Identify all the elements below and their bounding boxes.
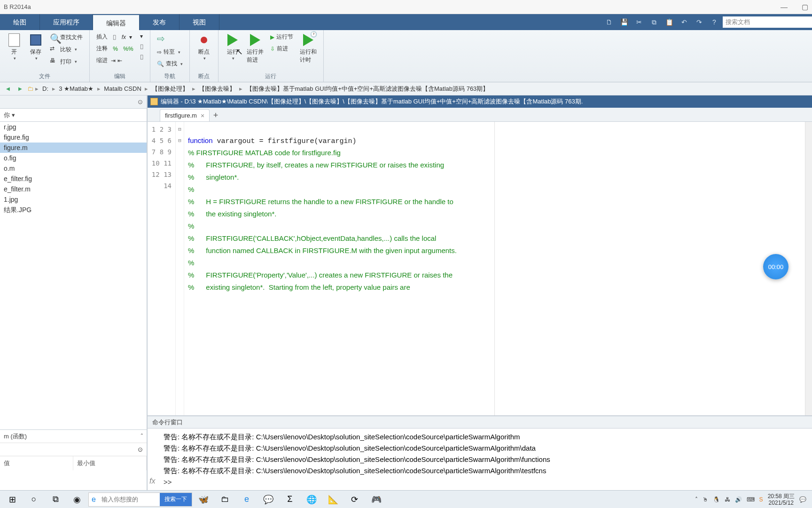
list-item[interactable]: o.fig bbox=[0, 153, 147, 163]
close-tab-icon[interactable]: × bbox=[201, 112, 204, 119]
maximize-button[interactable]: ▢ bbox=[802, 3, 808, 11]
list-item[interactable]: r.jpg bbox=[0, 122, 147, 132]
doc-search-input[interactable]: 搜索文档 bbox=[723, 16, 812, 28]
run-advance-button[interactable]: 运行并 前进 bbox=[245, 32, 265, 65]
tray-ime-icon[interactable]: ⌨ bbox=[747, 496, 755, 503]
taskbar-search[interactable]: e 搜索一下 bbox=[88, 492, 192, 507]
qat-paste-icon[interactable]: 📋 bbox=[664, 17, 674, 27]
tray-usb-icon[interactable]: 🖱 bbox=[703, 496, 708, 503]
edit-opt3[interactable]: ⌷ bbox=[138, 53, 145, 61]
save-button[interactable]: 保存 bbox=[26, 32, 45, 62]
comment-button[interactable]: 注释 % %% bbox=[94, 44, 135, 54]
line-gutter: 1 2 3 4 5 6 7 8 9 10 11 12 13 14 bbox=[148, 122, 176, 415]
compare-button[interactable]: ⇄比较 bbox=[48, 44, 85, 55]
indent-button[interactable]: 缩进 ⇥ ⇤ bbox=[94, 56, 135, 65]
scrollbar[interactable] bbox=[805, 122, 812, 415]
open-button[interactable]: 开 bbox=[5, 32, 23, 62]
insert-button[interactable]: 插入 ⌷ fx ▾ bbox=[94, 32, 135, 42]
command-window-body[interactable]: 警告: 名称不存在或不是目录: C:\Users\lenovo\Desktop\… bbox=[148, 429, 812, 491]
qat-help-icon[interactable]: ? bbox=[710, 17, 719, 27]
tray-up-icon[interactable]: ˄ bbox=[695, 496, 698, 503]
tab-plot[interactable]: 绘图 bbox=[0, 14, 40, 30]
crumb-segment[interactable]: 【图像去噪】 bbox=[197, 85, 237, 92]
tray-qq-icon[interactable]: 🐧 bbox=[713, 496, 720, 503]
add-tab-button[interactable]: + bbox=[210, 109, 222, 121]
list-item[interactable]: e_filter.fig bbox=[0, 174, 147, 184]
list-item[interactable]: e_filter.m bbox=[0, 184, 147, 194]
edit-opt1[interactable]: ▾ bbox=[138, 32, 145, 40]
panel-gear-icon[interactable]: ⊙ bbox=[138, 98, 143, 105]
code-editor[interactable]: 1 2 3 4 5 6 7 8 9 10 11 12 13 14 ⊟ ⊟ fun… bbox=[148, 122, 812, 415]
run-button[interactable]: 运行 bbox=[223, 32, 242, 62]
find-button[interactable]: 🔍查找 bbox=[155, 59, 185, 69]
app-icon-1[interactable]: 🦋 bbox=[193, 492, 214, 508]
obs-icon[interactable]: ◉ bbox=[67, 492, 87, 508]
edge-icon[interactable]: e bbox=[236, 492, 257, 508]
details-gear-icon[interactable]: ⊙ bbox=[138, 446, 143, 453]
taskbar-search-input[interactable] bbox=[99, 496, 160, 503]
tray-net-icon[interactable]: 🖧 bbox=[725, 496, 730, 503]
minimize-button[interactable]: — bbox=[781, 3, 788, 11]
ribbon-group-edit: 插入 ⌷ fx ▾ 注释 % %% 缩进 ⇥ ⇤ ▾ ⌷ ⌷ 编辑 bbox=[90, 30, 150, 82]
explorer-icon[interactable]: 🗀 bbox=[215, 492, 235, 508]
qat-copy-icon[interactable]: ⧉ bbox=[649, 17, 659, 27]
list-item[interactable]: figure.m bbox=[0, 143, 147, 153]
goto-button[interactable]: ⇨转至 bbox=[155, 47, 185, 57]
run-time-button[interactable]: 🕐 运行和 计时 bbox=[298, 32, 319, 65]
print-button[interactable]: 🖶打印 bbox=[48, 56, 85, 67]
list-item[interactable]: 1.jpg bbox=[0, 194, 147, 205]
run-section-button[interactable]: ▶运行节 bbox=[268, 32, 295, 42]
fold-gutter[interactable]: ⊟ ⊟ bbox=[176, 122, 184, 415]
folder-icon[interactable]: 🗀 bbox=[27, 85, 33, 92]
tab-view[interactable]: 视图 bbox=[180, 14, 219, 30]
chevron-up-icon[interactable]: ˆ bbox=[141, 433, 143, 440]
list-item[interactable]: o.m bbox=[0, 163, 147, 174]
qat-save-icon[interactable]: 💾 bbox=[619, 17, 629, 27]
findfiles-button[interactable]: 🔍查找文件 bbox=[48, 32, 85, 42]
file-tab-firstfigure[interactable]: firstfigure.m × bbox=[160, 109, 210, 121]
taskbar-search-go[interactable]: 搜索一下 bbox=[160, 493, 192, 506]
qat-undo-icon[interactable]: ↶ bbox=[679, 17, 689, 27]
matlab-icon[interactable]: 📐 bbox=[323, 492, 344, 508]
file-list[interactable]: r.jpgfigure.figfigure.mo.figo.me_filter.… bbox=[0, 122, 147, 429]
breakpoints-button[interactable]: 断点 bbox=[195, 32, 213, 62]
warning-line: 警告: 名称不存在或不是目录: C:\Users\lenovo\Desktop\… bbox=[164, 431, 807, 443]
taskview-icon[interactable]: ⧉ bbox=[45, 492, 66, 508]
start-button[interactable]: ⊞ bbox=[2, 492, 23, 508]
tab-editor[interactable]: 编辑器 bbox=[93, 14, 140, 30]
list-item[interactable]: figure.fig bbox=[0, 132, 147, 143]
app-icon-4[interactable]: 🎮 bbox=[366, 492, 387, 508]
taskbar-clock[interactable]: 20:58 周三 2021/5/12 bbox=[768, 493, 795, 506]
tab-apps[interactable]: 应用程序 bbox=[40, 14, 93, 30]
crumb-segment[interactable]: 3 ★Matlab★ bbox=[57, 85, 95, 92]
app-icon-2[interactable]: Σ bbox=[280, 492, 300, 508]
nav-arrow[interactable]: ⇨ bbox=[155, 32, 185, 45]
crumb-segment[interactable]: 【图像处理】 bbox=[150, 85, 190, 92]
browser-icon[interactable]: 🌐 bbox=[301, 492, 322, 508]
qat-new-icon[interactable]: 🗋 bbox=[604, 17, 614, 27]
tab-publish[interactable]: 发布 bbox=[140, 14, 180, 30]
code-area[interactable]: function varargout = firstfigure(varargi… bbox=[184, 122, 805, 415]
qat-cut-icon[interactable]: ✂ bbox=[634, 17, 644, 27]
cortana-icon[interactable]: ○ bbox=[23, 492, 44, 508]
list-item[interactable]: 结果.JPG bbox=[0, 205, 147, 216]
app-icon-3[interactable]: ⟳ bbox=[344, 492, 365, 508]
edit-opt2[interactable]: ⌷ bbox=[138, 42, 145, 51]
crumb-segment[interactable]: 【图像去噪】基于matlab GUI均值+中值+空间+高斯滤波图像去噪【含Mat… bbox=[244, 85, 491, 92]
system-tray[interactable]: ˄ 🖱 🐧 🖧 🔊 ⌨ S 20:58 周三 2021/5/12 💬 bbox=[691, 493, 810, 506]
nav-back-icon[interactable]: ◄ bbox=[3, 84, 13, 94]
tray-vol-icon[interactable]: 🔊 bbox=[735, 496, 742, 503]
details-header[interactable]: m (函数) ˆ bbox=[0, 430, 147, 443]
tray-sogou-icon[interactable]: S bbox=[759, 496, 763, 503]
advance-button[interactable]: ⇩前进 bbox=[268, 44, 295, 54]
notification-icon[interactable]: 💬 bbox=[799, 496, 806, 503]
nav-fwd-icon[interactable]: ► bbox=[15, 84, 25, 94]
qat-redo-icon[interactable]: ↷ bbox=[695, 17, 704, 27]
crumb-segment[interactable]: D: bbox=[40, 85, 50, 92]
toolstrip-tabs: 绘图 应用程序 编辑器 发布 视图 🗋 💾 ✂ ⧉ 📋 ↶ ↷ ? 搜索文档 bbox=[0, 14, 812, 30]
recording-timer[interactable]: 00:00 bbox=[763, 254, 789, 279]
crumb-segment[interactable]: Matalb CSDN bbox=[102, 85, 143, 92]
fx-icon[interactable]: fx bbox=[149, 476, 155, 487]
breadcrumb[interactable]: D: ▸ 3 ★Matlab★ ▸ Matalb CSDN ▸ 【图像处理】 ▸… bbox=[40, 85, 491, 93]
wechat-icon[interactable]: 💬 bbox=[258, 492, 279, 508]
